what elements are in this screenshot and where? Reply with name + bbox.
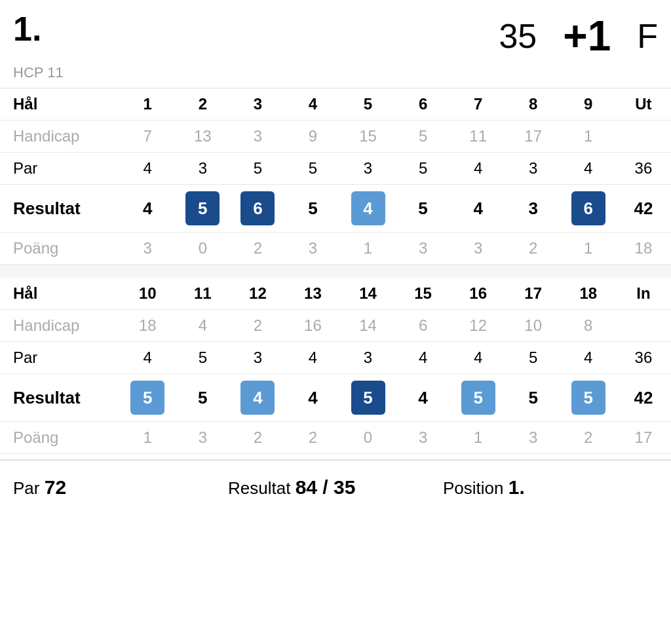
- hcp-1: 7: [120, 121, 175, 153]
- footer-resultat-label: Resultat: [228, 478, 290, 498]
- hcp-12: 2: [230, 310, 285, 342]
- res-9: 6: [561, 185, 616, 233]
- footer-resultat: Resultat 84 / 35: [228, 476, 443, 499]
- hcp-16: 12: [451, 310, 506, 342]
- col-5: 5: [340, 88, 395, 121]
- par-1: 4: [120, 153, 175, 185]
- col-hal: Hål: [0, 88, 120, 121]
- par-8: 3: [506, 153, 561, 185]
- par-label-b: Par: [0, 342, 120, 374]
- res-2: 5: [175, 185, 230, 233]
- back9-resultat-row: Resultat 5 5 4 4 5 4 5 5 5 42: [0, 374, 671, 422]
- res-13: 4: [285, 374, 340, 422]
- front9-header-row: Hål 1 2 3 4 5 6 7 8 9 Ut: [0, 88, 671, 121]
- footer-position-value: 1.: [508, 476, 525, 498]
- res-12: 4: [230, 374, 285, 422]
- col-17: 17: [506, 278, 561, 310]
- res-18: 5: [561, 374, 616, 422]
- res-in: 42: [616, 374, 671, 422]
- res-7: 4: [451, 185, 506, 233]
- poang-4: 3: [285, 233, 340, 265]
- footer-par-label: Par: [13, 478, 39, 498]
- back9-handicap-row: Handicap 18 4 2 16 14 6 12 10 8: [0, 310, 671, 342]
- handicap-label-b: Handicap: [0, 310, 120, 342]
- back9-poang-row: Poäng 1 3 2 2 0 3 1 3 2 17: [0, 422, 671, 454]
- poang-15: 3: [396, 422, 451, 454]
- res-3: 6: [230, 185, 285, 233]
- col-15: 15: [396, 278, 451, 310]
- hcp-9: 1: [561, 121, 616, 153]
- res-10: 5: [120, 374, 175, 422]
- par-label: Par: [0, 153, 120, 185]
- par-18: 4: [561, 342, 616, 374]
- res-17: 5: [506, 374, 561, 422]
- col-12: 12: [230, 278, 285, 310]
- hcp-4: 9: [285, 121, 340, 153]
- par-3: 5: [230, 153, 285, 185]
- position: 1.: [13, 12, 56, 46]
- hcp-17: 10: [506, 310, 561, 342]
- par-ut: 36: [616, 153, 671, 185]
- footer-par-value: 72: [45, 476, 66, 498]
- res-16: 5: [451, 374, 506, 422]
- header: 1. HCP 11 35 +1 F: [0, 0, 671, 88]
- par-6: 5: [396, 153, 451, 185]
- poang-18: 2: [561, 422, 616, 454]
- col-hal-b: Hål: [0, 278, 120, 310]
- par-15: 4: [396, 342, 451, 374]
- score1: 35: [499, 16, 537, 56]
- poang-12: 2: [230, 422, 285, 454]
- par-2: 3: [175, 153, 230, 185]
- col-7: 7: [451, 88, 506, 121]
- poang-6: 3: [396, 233, 451, 265]
- hcp-11: 4: [175, 310, 230, 342]
- back9-par-row: Par 4 5 3 4 3 4 4 5 4 36: [0, 342, 671, 374]
- front9-poang-row: Poäng 3 0 2 3 1 3 3 2 1 18: [0, 233, 671, 265]
- res-6: 5: [396, 185, 451, 233]
- par-16: 4: [451, 342, 506, 374]
- res-4: 5: [285, 185, 340, 233]
- res-1: 4: [120, 185, 175, 233]
- hcp-3: 3: [230, 121, 285, 153]
- hcp-15: 6: [396, 310, 451, 342]
- col-3: 3: [230, 88, 285, 121]
- res-9-badge: 6: [571, 191, 605, 225]
- poang-label-b: Poäng: [0, 422, 120, 454]
- col-in: In: [616, 278, 671, 310]
- poang-ut: 18: [616, 233, 671, 265]
- hcp-in: [616, 310, 671, 342]
- par-11: 5: [175, 342, 230, 374]
- poang-8: 2: [506, 233, 561, 265]
- handicap-label: Handicap: [0, 121, 120, 153]
- separator-cell: [0, 265, 671, 278]
- hcp-13: 16: [285, 310, 340, 342]
- footer-par: Par 72: [13, 476, 228, 499]
- col-9: 9: [561, 88, 616, 121]
- res-2-badge: 5: [185, 191, 220, 225]
- front9-resultat-row: Resultat 4 5 6 5 4 5 4 3 6 42: [0, 185, 671, 233]
- poang-2: 0: [175, 233, 230, 265]
- col-16: 16: [451, 278, 506, 310]
- res-3-badge: 6: [240, 191, 275, 225]
- col-14: 14: [340, 278, 395, 310]
- resultat-label: Resultat: [0, 185, 120, 233]
- col-4: 4: [285, 88, 340, 121]
- grade: F: [637, 16, 658, 56]
- par-9: 4: [561, 153, 616, 185]
- col-1: 1: [120, 88, 175, 121]
- poang-5: 1: [340, 233, 395, 265]
- col-10: 10: [120, 278, 175, 310]
- par-17: 5: [506, 342, 561, 374]
- poang-14: 0: [340, 422, 395, 454]
- poang-11: 3: [175, 422, 230, 454]
- front9-table: Hål 1 2 3 4 5 6 7 8 9 Ut Handicap 7 13 3…: [0, 88, 671, 278]
- poang-9: 1: [561, 233, 616, 265]
- par-10: 4: [120, 342, 175, 374]
- res-11: 5: [175, 374, 230, 422]
- res-14-badge: 5: [351, 381, 385, 415]
- col-8: 8: [506, 88, 561, 121]
- col-13: 13: [285, 278, 340, 310]
- col-2: 2: [175, 88, 230, 121]
- footer: Par 72 Resultat 84 / 35 Position 1.: [0, 459, 671, 514]
- par-7: 4: [451, 153, 506, 185]
